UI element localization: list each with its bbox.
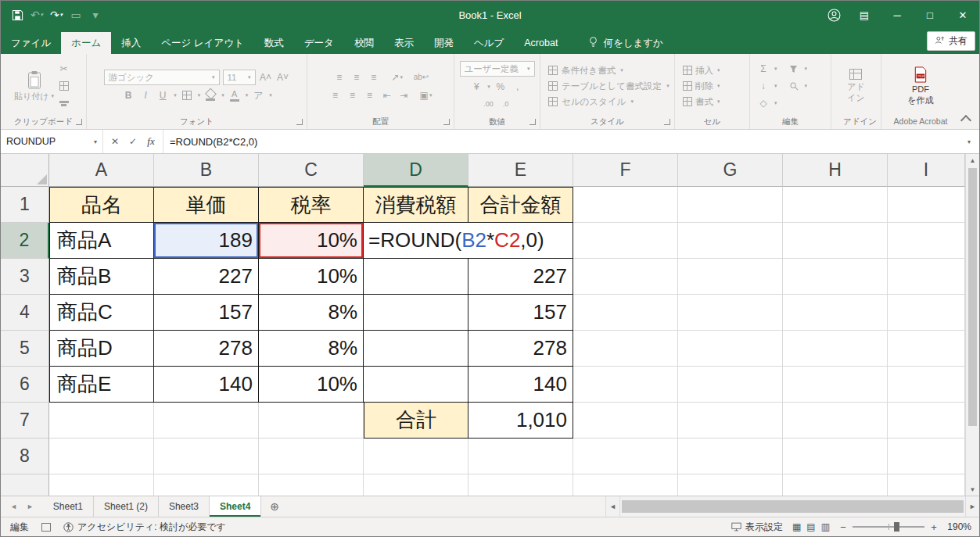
- cell-C5[interactable]: 8%: [259, 331, 364, 367]
- cell-E8[interactable]: [468, 439, 573, 474]
- delete-cells-button[interactable]: 削除▾: [683, 81, 720, 92]
- vertical-scrollbar[interactable]: ▲ ▼: [965, 154, 979, 496]
- zoom-level[interactable]: 190%: [943, 521, 971, 532]
- cell-G2[interactable]: [678, 223, 783, 259]
- paste-button[interactable]: 貼り付け▾: [16, 70, 52, 102]
- cell-D5[interactable]: [364, 331, 468, 367]
- cell-B1[interactable]: 単価: [154, 187, 259, 223]
- zoom-slider-thumb[interactable]: [894, 522, 899, 532]
- name-box[interactable]: ROUNDUP ▾: [1, 130, 103, 153]
- cell-B7[interactable]: [154, 403, 259, 439]
- cell-F4[interactable]: [573, 295, 678, 331]
- cell-I2[interactable]: [888, 223, 965, 259]
- normal-view-icon[interactable]: ▦: [792, 521, 801, 532]
- row-header-2[interactable]: 2: [1, 223, 49, 259]
- phonetic-guide-icon[interactable]: ア: [251, 88, 265, 102]
- customize-quick-access-icon[interactable]: ▾: [87, 5, 104, 24]
- align-left-icon[interactable]: ≡: [328, 88, 343, 102]
- clear-icon[interactable]: ◇: [756, 96, 770, 110]
- decrease-indent-icon[interactable]: ⇤: [380, 88, 394, 102]
- ribbon-display-options-icon[interactable]: ▤: [848, 1, 881, 29]
- comma-style-icon[interactable]: ,: [511, 80, 525, 94]
- clipboard-dialog-launcher-icon[interactable]: [76, 119, 82, 125]
- formula-input[interactable]: =ROUND(B2*C2,0): [163, 130, 959, 153]
- tab-insert[interactable]: 挿入: [111, 32, 151, 54]
- cell-H7[interactable]: [783, 403, 888, 439]
- row-header-4[interactable]: 4: [1, 295, 49, 331]
- expand-formula-bar-icon[interactable]: ▾: [959, 130, 979, 153]
- cell-F5[interactable]: [573, 331, 678, 367]
- tab-home[interactable]: ホーム: [61, 32, 111, 54]
- cell-G6[interactable]: [678, 367, 783, 403]
- font-size-select[interactable]: 11▾: [223, 70, 256, 85]
- cell-H4[interactable]: [783, 295, 888, 331]
- cell-F3[interactable]: [573, 259, 678, 295]
- col-header-G[interactable]: G: [678, 154, 783, 187]
- sort-filter-icon[interactable]: [787, 62, 801, 76]
- cell-A3[interactable]: 商品B: [49, 259, 154, 295]
- font-name-select[interactable]: 游ゴシック▾: [104, 70, 220, 85]
- name-box-dropdown-icon[interactable]: ▾: [94, 138, 97, 145]
- cell-E6[interactable]: 140: [468, 367, 573, 403]
- cell-C7[interactable]: [259, 403, 364, 439]
- cell-C6[interactable]: 10%: [259, 367, 364, 403]
- cell-D3[interactable]: [364, 259, 468, 295]
- find-select-icon[interactable]: [787, 79, 801, 93]
- cell-A4[interactable]: 商品C: [49, 295, 154, 331]
- cell-F2[interactable]: [573, 223, 678, 259]
- cell-B3[interactable]: 227: [154, 259, 259, 295]
- minimize-button[interactable]: ─: [881, 1, 914, 29]
- tab-page-layout[interactable]: ページ レイアウト: [151, 32, 254, 54]
- sheet-nav-right-icon[interactable]: ►: [27, 503, 34, 510]
- bold-button[interactable]: B: [121, 88, 135, 102]
- new-sheet-button[interactable]: ⊕: [261, 496, 288, 517]
- format-cells-button[interactable]: 書式▾: [683, 96, 720, 108]
- collapse-ribbon-icon[interactable]: [960, 115, 971, 126]
- scroll-up-icon[interactable]: ▲: [966, 154, 979, 166]
- vertical-scroll-thumb[interactable]: [968, 168, 977, 426]
- col-header-E[interactable]: E: [468, 154, 573, 187]
- row-header-3[interactable]: 3: [1, 259, 49, 295]
- wrap-text-icon[interactable]: ab↩: [414, 70, 429, 84]
- italic-button[interactable]: I: [138, 88, 153, 102]
- underline-button[interactable]: U: [156, 88, 170, 102]
- copy-icon[interactable]: [57, 79, 71, 93]
- cell-C1[interactable]: 税率: [259, 187, 364, 223]
- undo-icon[interactable]: ↶▾: [28, 5, 45, 24]
- enter-icon[interactable]: ✓: [125, 136, 141, 147]
- format-as-table-button[interactable]: テーブルとして書式設定▾: [548, 81, 669, 92]
- align-middle-icon[interactable]: ≡: [350, 70, 364, 84]
- number-format-select[interactable]: ユーザー定義▾: [460, 61, 535, 77]
- cell-A5[interactable]: 商品D: [49, 331, 154, 367]
- align-top-icon[interactable]: ≡: [332, 70, 346, 84]
- create-pdf-button[interactable]: PDF PDF を作成: [907, 66, 933, 106]
- hscroll-left-icon[interactable]: ◄: [605, 496, 619, 517]
- select-all-corner[interactable]: [1, 154, 49, 187]
- cell-F6[interactable]: [573, 367, 678, 403]
- cell-D2-editing[interactable]: =ROUND(B2*C2,0): [364, 223, 573, 259]
- align-right-icon[interactable]: ≡: [363, 88, 377, 102]
- cell-B2[interactable]: 189: [154, 223, 259, 259]
- col-header-I[interactable]: I: [888, 154, 965, 187]
- cell-C8[interactable]: [259, 439, 364, 474]
- maximize-button[interactable]: □: [914, 1, 946, 29]
- cell-I4[interactable]: [888, 295, 965, 331]
- redo-icon[interactable]: ↷▾: [48, 5, 65, 24]
- save-icon[interactable]: [9, 5, 26, 24]
- row-header-6[interactable]: 6: [1, 367, 49, 403]
- cell-G8[interactable]: [678, 439, 783, 474]
- cell-D1[interactable]: 消費税額: [364, 187, 468, 223]
- decrease-decimal-icon[interactable]: .0: [499, 97, 513, 111]
- cell-B6[interactable]: 140: [154, 367, 259, 403]
- sheet-nav-left-icon[interactable]: ◄: [10, 503, 17, 510]
- cell-F8[interactable]: [573, 439, 678, 474]
- cell-C3[interactable]: 10%: [259, 259, 364, 295]
- cell-I1[interactable]: [888, 187, 965, 223]
- alignment-dialog-launcher-icon[interactable]: [443, 119, 450, 125]
- cell-I3[interactable]: [888, 259, 965, 295]
- cell-E3[interactable]: 227: [468, 259, 573, 295]
- cell-G7[interactable]: [678, 403, 783, 439]
- increase-decimal-icon[interactable]: .00: [482, 97, 496, 111]
- cell-H8[interactable]: [783, 439, 888, 474]
- col-header-F[interactable]: F: [573, 154, 678, 187]
